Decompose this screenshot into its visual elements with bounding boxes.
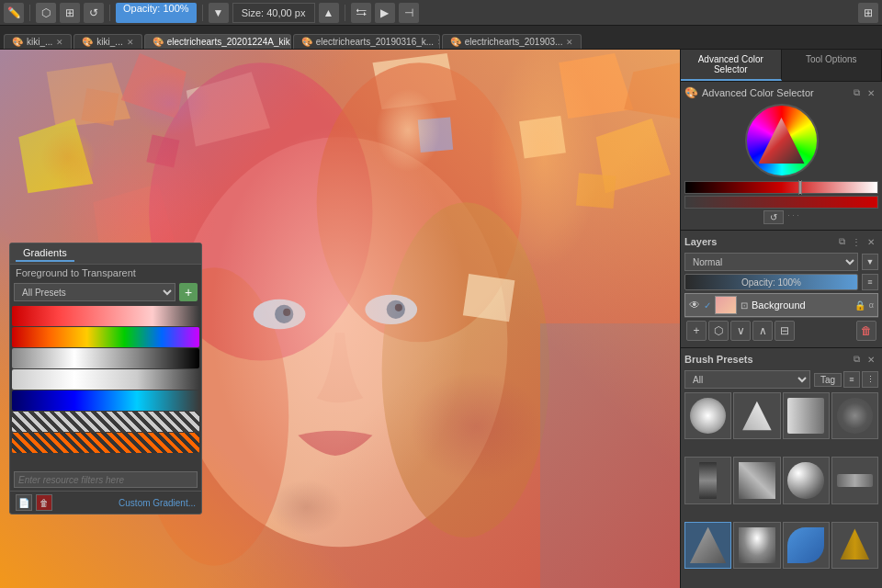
gradient-item-2[interactable] xyxy=(12,327,199,347)
gradient-item-1[interactable] xyxy=(12,306,199,326)
brush-item-9[interactable] xyxy=(684,522,731,569)
toolbar-right: ⊞ xyxy=(858,3,878,23)
layer-type-icon: ⊡ xyxy=(741,300,748,311)
layers-opacity-bar[interactable]: Opacity: 100% xyxy=(684,274,858,290)
layers-section: Layers ⧉ ⋮ ✕ Normal ▼ Opacity: 100% ≡ 👁 xyxy=(681,231,882,348)
tab-3[interactable]: 🎨 electrichearts_20201224A_kiki_... ✕ xyxy=(144,34,291,49)
gradient-item-6[interactable] xyxy=(12,412,199,432)
brush-item-12[interactable] xyxy=(831,522,878,569)
brush-item-2[interactable] xyxy=(733,392,780,439)
gradients-panel: Gradients Foreground to Transparent All … xyxy=(9,243,202,514)
layer-lock-icon: 🔒 xyxy=(854,300,865,311)
advanced-color-selector-tab[interactable]: Advanced Color Selector xyxy=(681,50,782,81)
opacity-bar[interactable] xyxy=(684,196,878,209)
brush-thumb-11 xyxy=(787,527,823,563)
tab-2[interactable]: 🎨 kiki_... ✕ xyxy=(74,34,141,49)
brush-reset-icon[interactable]: ↺ xyxy=(84,3,104,23)
brush-preset-icon[interactable]: ⬡ xyxy=(36,3,56,23)
color-section-title: Advanced Color Selector xyxy=(702,87,849,98)
brush-item-6[interactable] xyxy=(733,457,780,503)
gradient-preset-select[interactable]: All Presets xyxy=(14,283,175,301)
spectrum-bar[interactable] xyxy=(684,181,878,194)
tab-4-close[interactable]: ✕ xyxy=(437,38,440,47)
brush-tool-icon[interactable]: ✏️ xyxy=(4,3,24,23)
tab-4-icon: 🎨 xyxy=(301,37,312,47)
brush-filter-select[interactable]: All xyxy=(684,370,810,389)
refresh-button[interactable]: ↺ xyxy=(763,210,784,224)
gradient-add-resource-btn[interactable]: 📄 xyxy=(16,494,32,511)
tab-1[interactable]: 🎨 kiki_... ✕ xyxy=(4,34,72,49)
layers-merge-btn[interactable]: ⊟ xyxy=(775,321,795,341)
brush-thumb-6 xyxy=(739,462,775,498)
layers-delete-btn[interactable]: 🗑 xyxy=(856,321,876,341)
layers-add-btn[interactable]: + xyxy=(686,321,707,341)
brush-item-1[interactable] xyxy=(684,392,731,439)
brush-item-8[interactable] xyxy=(831,457,878,503)
brush-item-4[interactable] xyxy=(831,392,878,439)
mirror-icon[interactable]: ⮀ xyxy=(351,3,371,23)
brush-thumb-10 xyxy=(739,527,775,563)
layers-options-btn[interactable]: ⋮ xyxy=(849,234,864,249)
tab-2-close[interactable]: ✕ xyxy=(127,38,134,47)
brush-expand-btn[interactable]: ⧉ xyxy=(849,352,864,367)
gradient-add-button[interactable]: + xyxy=(179,283,198,301)
brush-item-3[interactable] xyxy=(783,392,830,439)
layers-opacity-row: Opacity: 100% ≡ xyxy=(684,274,878,290)
gradient-delete-btn[interactable]: 🗑 xyxy=(36,494,52,511)
size-input[interactable] xyxy=(232,3,315,23)
layer-item-background[interactable]: 👁 ✓ ⊡ Background 🔒 α xyxy=(684,293,878,317)
gradients-panel-header: Gradients xyxy=(10,243,201,265)
opacity-label: Opacity: 100% xyxy=(741,277,801,288)
layers-copy-btn[interactable]: ⬡ xyxy=(708,321,729,341)
brush-item-7[interactable] xyxy=(783,457,830,503)
brush-thumb-3 xyxy=(787,398,823,434)
brush-settings-icon[interactable]: ⊞ xyxy=(60,3,80,23)
layers-down-btn[interactable]: ∨ xyxy=(730,321,751,341)
layers-expand-btn[interactable]: ⧉ xyxy=(834,234,849,249)
tab-5[interactable]: 🎨 electrichearts_201903... ✕ xyxy=(442,34,582,49)
layer-check-icon: ✓ xyxy=(704,300,711,311)
gradients-tab[interactable]: Gradients xyxy=(16,245,74,262)
custom-gradient-link[interactable]: Custom Gradient... xyxy=(119,498,196,508)
layers-filter-btn[interactable]: ▼ xyxy=(862,254,878,270)
gradient-filter-input[interactable] xyxy=(14,471,198,488)
gradient-item-5[interactable] xyxy=(12,390,199,411)
color-wheel[interactable] xyxy=(745,104,819,177)
layers-toolbar: + ⬡ ∨ ∧ ⊟ 🗑 xyxy=(684,317,878,344)
tool-options-tab[interactable]: Tool Options xyxy=(782,50,883,81)
brush-options-btn[interactable]: ⋮ xyxy=(862,371,878,388)
gradient-item-4[interactable] xyxy=(12,369,199,390)
size-up-icon[interactable]: ▲ xyxy=(319,3,339,23)
brush-tag-btn[interactable]: Tag xyxy=(814,373,842,387)
size-preset-icon[interactable]: ▼ xyxy=(209,3,229,23)
align-icon[interactable]: ⊣ xyxy=(399,3,419,23)
gradient-item-7[interactable] xyxy=(12,433,199,453)
color-section-expand-btn[interactable]: ⧉ xyxy=(849,85,864,100)
brush-view-btn[interactable]: ≡ xyxy=(843,371,860,388)
layers-close-btn[interactable]: ✕ xyxy=(864,234,878,249)
layers-mode-select[interactable]: Normal xyxy=(684,253,858,271)
tab-4[interactable]: 🎨 electrichearts_20190316_k... ✕ xyxy=(293,34,440,49)
canvas-area[interactable]: Gradients Foreground to Transparent All … xyxy=(0,50,680,588)
tab-2-icon: 🎨 xyxy=(82,37,93,47)
fullscreen-icon[interactable]: ⊞ xyxy=(858,3,878,23)
layers-up-btn[interactable]: ∧ xyxy=(752,321,773,341)
toolbar-divider-1 xyxy=(29,5,30,21)
brush-item-11[interactable] xyxy=(783,522,830,569)
flow-icon[interactable]: ▶ xyxy=(375,3,395,23)
layers-opacity-menu[interactable]: ≡ xyxy=(862,274,878,290)
brush-section: Brush Presets ⧉ ✕ All Tag ≡ ⋮ xyxy=(681,348,882,588)
tab-5-close[interactable]: ✕ xyxy=(566,38,573,47)
tab-1-close[interactable]: ✕ xyxy=(56,38,63,47)
color-section-icon: 🎨 xyxy=(684,86,698,99)
color-wheel-inner xyxy=(759,118,805,164)
brush-item-5[interactable] xyxy=(684,457,731,503)
layer-visibility-icon[interactable]: 👁 xyxy=(689,299,700,311)
brush-item-10[interactable] xyxy=(733,522,780,569)
opacity-dropdown[interactable]: Opacity: 100% xyxy=(116,3,197,23)
brush-grid xyxy=(684,392,878,584)
brush-thumb-4 xyxy=(837,398,873,434)
brush-close-btn[interactable]: ✕ xyxy=(864,352,878,367)
color-section-close-btn[interactable]: ✕ xyxy=(864,85,878,100)
gradient-item-3[interactable] xyxy=(12,348,199,368)
